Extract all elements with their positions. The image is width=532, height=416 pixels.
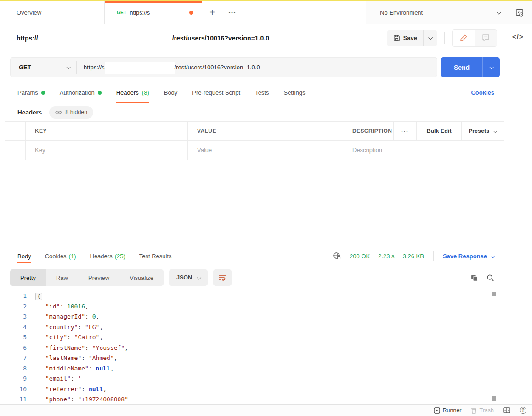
tab-request-active[interactable]: GET https://s (105, 1, 202, 24)
headers-table-header-row: KEY VALUE DESCRIPTION ••• Bulk Edit Pres… (5, 122, 504, 141)
right-sidebar-rail: </> (504, 24, 532, 404)
request-title-actions: Save (387, 29, 497, 47)
tab-tests[interactable]: Tests (255, 83, 269, 103)
save-button-group: Save (387, 30, 437, 46)
row-handle-cell (5, 141, 25, 160)
divider (433, 251, 434, 261)
bulk-edit-button[interactable]: Bulk Edit (416, 122, 461, 140)
url-prefix: https://s (84, 64, 105, 71)
chevron-down-icon (197, 275, 201, 279)
view-mode-preview[interactable]: Preview (78, 269, 119, 286)
scrollbar-track[interactable] (491, 291, 497, 402)
fold-marker[interactable]: { (35, 293, 42, 300)
presets-label: Presets (469, 128, 489, 134)
description-input[interactable] (352, 147, 494, 154)
view-mode-pretty-label: Pretty (20, 274, 36, 281)
view-mode-switcher: Pretty Raw Preview Visualize (10, 269, 164, 286)
request-title-scheme: https:// (17, 34, 38, 42)
send-button[interactable]: Send (441, 57, 482, 77)
redacted-host (105, 62, 175, 74)
response-tab-cookies-count: (1) (69, 253, 76, 260)
empty-area (5, 160, 504, 245)
code-snippet-button[interactable]: </> (512, 33, 524, 40)
collapsed-sidebar-rail[interactable] (0, 1, 4, 404)
response-view-bar: Pretty Raw Preview Visualize JSON (5, 267, 504, 288)
column-header-description: DESCRIPTION (352, 128, 392, 134)
view-mode-visualize[interactable]: Visualize (119, 269, 164, 286)
comments-button[interactable] (475, 30, 497, 46)
request-pane: https:// /rest/users/10016?version=1.0.0… (5, 24, 504, 404)
plus-icon: + (209, 7, 215, 18)
line-number: 6 (5, 343, 31, 353)
copy-icon (470, 274, 478, 282)
tab-body[interactable]: Body (164, 83, 178, 103)
tab-overview[interactable]: Overview (5, 1, 105, 24)
tab-params[interactable]: Params (17, 83, 45, 103)
horizontal-scrollbar-thumb[interactable] (492, 396, 496, 401)
line-number: 3 (5, 312, 31, 322)
response-body-json-viewer: 1 { 2 "id": 10016, 3 "managerId": 0, 4 "… (5, 288, 504, 405)
vertical-scrollbar-thumb[interactable] (492, 292, 496, 296)
search-icon (487, 274, 494, 282)
view-mode-pretty[interactable]: Pretty (10, 269, 46, 286)
hidden-headers-toggle[interactable]: 8 hidden (49, 106, 93, 119)
tabbar-spacer (243, 1, 366, 24)
tab-settings[interactable]: Settings (283, 83, 305, 103)
pencil-icon (460, 34, 468, 42)
trash-button[interactable]: Trash (471, 407, 494, 414)
more-options-icon: ••• (229, 10, 237, 15)
line-number: 5 (5, 332, 31, 343)
cookies-link[interactable]: Cookies (471, 89, 494, 96)
presets-dropdown[interactable]: Presets (461, 122, 504, 140)
tab-pre-request-script-label: Pre-request Script (192, 89, 240, 96)
value-input[interactable] (197, 147, 334, 154)
view-mode-raw[interactable]: Raw (46, 269, 78, 286)
save-response-label: Save Response (443, 253, 487, 260)
copy-button[interactable] (470, 274, 478, 282)
save-options-button[interactable] (423, 30, 437, 46)
tab-authorization[interactable]: Authorization (60, 83, 102, 103)
request-tabs: Params Authorization Headers (8) Body Pr… (5, 83, 504, 103)
headers-section-header: Headers 8 hidden (5, 103, 504, 121)
help-button[interactable]: ? (520, 407, 526, 414)
response-tab-headers-count: (25) (115, 253, 125, 260)
chevron-down-icon (66, 65, 71, 69)
code-line: 9 "email": ' (5, 374, 504, 384)
tab-headers[interactable]: Headers (8) (116, 83, 149, 103)
green-dot-icon (98, 91, 102, 95)
response-time: 2.23 s (378, 253, 394, 260)
panes-layout-button[interactable] (503, 407, 510, 413)
runner-button[interactable]: Runner (434, 407, 462, 414)
line-number: 10 (5, 384, 31, 395)
wrap-lines-button[interactable] (213, 269, 232, 286)
environment-quick-look-button[interactable] (507, 1, 532, 24)
tab-pre-request-script[interactable]: Pre-request Script (192, 83, 240, 103)
send-options-button[interactable] (482, 57, 500, 77)
format-selector[interactable]: JSON (169, 269, 208, 286)
response-tab-test-results[interactable]: Test Results (139, 245, 172, 267)
environment-selector[interactable]: No Environment (366, 1, 507, 24)
add-tab-button[interactable]: + (202, 1, 222, 24)
save-button[interactable]: Save (387, 30, 423, 46)
two-pane-icon (503, 407, 510, 413)
save-button-label: Save (403, 34, 417, 41)
chevron-down-icon (428, 35, 433, 40)
tab-options-button[interactable]: ••• (222, 1, 243, 24)
response-tab-body[interactable]: Body (17, 245, 31, 267)
search-button[interactable] (487, 274, 494, 282)
send-button-label: Send (454, 64, 470, 71)
method-selector[interactable]: GET (11, 64, 76, 71)
url-builder: GET https://s /rest/users/10016?version=… (10, 57, 437, 77)
url-input[interactable]: https://s /rest/users/10016?version=1.0.… (77, 62, 260, 74)
line-number: 4 (5, 322, 31, 333)
response-tab-headers[interactable]: Headers (25) (90, 245, 125, 267)
edit-comment-group (452, 29, 497, 47)
key-input[interactable] (35, 147, 178, 154)
response-tab-body-label: Body (17, 253, 31, 260)
rename-button[interactable] (453, 30, 475, 46)
column-options-button[interactable]: ••• (393, 122, 416, 140)
save-response-button[interactable]: Save Response (443, 253, 494, 260)
response-tab-cookies[interactable]: Cookies (1) (45, 245, 76, 267)
eye-icon (55, 110, 62, 115)
response-tab-headers-label: Headers (90, 253, 113, 260)
